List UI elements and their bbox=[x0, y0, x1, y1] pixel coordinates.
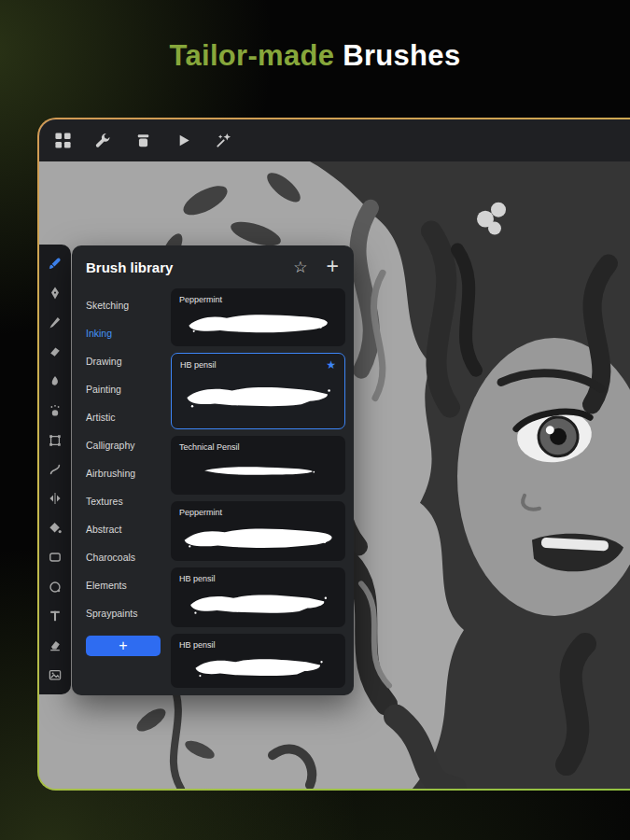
paint-jar-icon bbox=[134, 132, 152, 149]
tool-shape[interactable] bbox=[48, 550, 63, 565]
eraser-wedge-icon bbox=[48, 344, 63, 359]
brush-category-painting[interactable]: Painting bbox=[86, 375, 168, 403]
tool-airbrush[interactable] bbox=[48, 403, 63, 418]
tool-brush[interactable] bbox=[48, 257, 63, 272]
tool-symmetry[interactable] bbox=[48, 491, 63, 506]
pen-icon bbox=[48, 286, 63, 301]
tool-transform[interactable] bbox=[48, 433, 63, 448]
brush-category-calligraphy[interactable]: Calligraphy bbox=[86, 431, 168, 459]
tool-image[interactable] bbox=[48, 667, 63, 682]
brush-category-artistic[interactable]: Artistic bbox=[86, 403, 168, 431]
selection-icon bbox=[48, 462, 63, 477]
brush-stroke-preview bbox=[180, 460, 337, 483]
brush-icon bbox=[48, 257, 63, 272]
block-eraser-icon bbox=[48, 637, 63, 652]
star-filled-icon[interactable]: ★ bbox=[326, 359, 336, 371]
brush-stroke-preview bbox=[179, 590, 337, 618]
gallery-button[interactable] bbox=[54, 132, 72, 149]
favorites-button[interactable]: ☆ bbox=[293, 259, 326, 275]
brush-item-hb-pensil-2[interactable]: HB pensil bbox=[171, 567, 345, 627]
app-window: Brush library ☆ + Sketching Inking Drawi… bbox=[37, 118, 630, 791]
brush-list: Peppermint HB pensil ★ Technical Pensil … bbox=[168, 284, 354, 695]
adjustments-button[interactable] bbox=[215, 132, 232, 149]
plus-icon: + bbox=[327, 254, 339, 278]
page-title-rest: Brushes bbox=[343, 39, 460, 72]
transform-icon bbox=[48, 433, 63, 448]
ellipse-icon bbox=[48, 580, 63, 595]
add-category-button[interactable]: + bbox=[86, 636, 161, 656]
brush-stroke-preview bbox=[180, 379, 336, 414]
brush-item-peppermint-1[interactable]: Peppermint bbox=[171, 288, 345, 346]
app-toolbar bbox=[39, 119, 630, 161]
brush-category-elements[interactable]: Elements bbox=[86, 571, 168, 599]
play-button[interactable] bbox=[175, 132, 192, 149]
brush-library-header: Brush library ☆ + bbox=[72, 245, 354, 284]
tool-block-eraser[interactable] bbox=[48, 637, 63, 652]
brush-category-spraypaints[interactable]: Spraypaints bbox=[86, 599, 168, 627]
play-icon bbox=[175, 132, 192, 149]
tool-knife[interactable] bbox=[48, 315, 63, 330]
brush-category-inking[interactable]: Inking bbox=[86, 319, 168, 347]
magic-wand-icon bbox=[215, 132, 232, 149]
insert-button[interactable] bbox=[134, 132, 152, 149]
brush-library-panel: Brush library ☆ + Sketching Inking Drawi… bbox=[72, 245, 354, 695]
shape-icon bbox=[48, 550, 63, 565]
brush-category-sketching[interactable]: Sketching bbox=[86, 291, 168, 319]
image-icon bbox=[48, 667, 63, 682]
page-title: Tailor-madeBrushes bbox=[0, 39, 630, 73]
star-outline-icon: ☆ bbox=[293, 259, 307, 276]
brush-stroke-preview bbox=[179, 523, 337, 553]
knife-icon bbox=[48, 315, 63, 330]
brush-category-airbrushing[interactable]: Airbrushing bbox=[86, 459, 168, 487]
brush-category-charcoals[interactable]: Charocoals bbox=[86, 543, 168, 571]
symmetry-icon bbox=[48, 491, 63, 506]
brush-category-drawing[interactable]: Drawing bbox=[86, 347, 168, 375]
tool-pen[interactable] bbox=[48, 286, 63, 301]
text-icon bbox=[48, 609, 63, 623]
tool-ellipse[interactable] bbox=[48, 580, 63, 595]
brush-category-textures[interactable]: Textures bbox=[86, 487, 168, 515]
fill-bucket-icon bbox=[48, 521, 63, 536]
tool-sidebar bbox=[39, 245, 71, 694]
airbrush-icon bbox=[48, 403, 63, 418]
tool-smudge[interactable] bbox=[48, 374, 63, 389]
tool-fill[interactable] bbox=[48, 521, 63, 536]
brush-item-technical-pensil[interactable]: Technical Pensil bbox=[171, 436, 345, 496]
tool-selection[interactable] bbox=[48, 462, 63, 477]
brush-library-title: Brush library bbox=[86, 259, 293, 275]
brush-stroke-preview bbox=[179, 309, 337, 337]
actions-button[interactable] bbox=[94, 132, 112, 149]
smudge-icon bbox=[48, 374, 63, 389]
brush-item-hb-pensil-3[interactable]: HB pensil bbox=[171, 634, 345, 688]
wrench-icon bbox=[94, 132, 112, 149]
brush-category-abstract[interactable]: Abstract bbox=[86, 515, 168, 543]
tool-text[interactable] bbox=[48, 609, 63, 623]
brush-item-hb-pensil-selected[interactable]: HB pensil ★ bbox=[171, 353, 345, 429]
brush-stroke-preview bbox=[180, 654, 337, 680]
brush-item-peppermint-2[interactable]: Peppermint bbox=[171, 501, 345, 561]
gallery-icon bbox=[54, 132, 72, 149]
add-brush-button[interactable]: + bbox=[327, 258, 339, 276]
tool-eraser-wedge[interactable] bbox=[48, 344, 63, 359]
page-title-accent: Tailor-made bbox=[170, 39, 335, 72]
brush-category-list: Sketching Inking Drawing Painting Artist… bbox=[72, 284, 168, 695]
